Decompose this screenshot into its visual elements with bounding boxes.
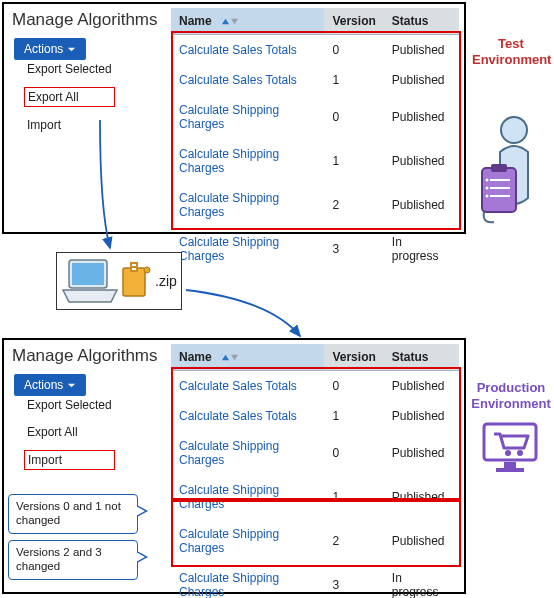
col-name-label: Name xyxy=(179,14,212,28)
table-row: Calculate Shipping Charges 1 Published xyxy=(171,475,459,519)
algorithms-table: Name Version Status Calculate Sales Tota… xyxy=(171,344,459,598)
status-cell: In progress xyxy=(384,227,459,271)
status-cell: Published xyxy=(384,431,459,475)
col-name-label: Name xyxy=(179,350,212,364)
status-cell: Published xyxy=(384,35,459,66)
version-cell: 1 xyxy=(324,139,383,183)
svg-rect-13 xyxy=(132,264,136,266)
status-cell: Published xyxy=(384,95,459,139)
svg-rect-10 xyxy=(72,263,104,285)
algorithm-link[interactable]: Calculate Sales Totals xyxy=(171,35,324,66)
table-row: Calculate Sales Totals 0 Published xyxy=(171,371,459,402)
table-row: Calculate Shipping Charges 3 In progress xyxy=(171,227,459,271)
menu-export-selected[interactable]: Export Selected xyxy=(24,396,115,414)
table-row: Calculate Sales Totals 1 Published xyxy=(171,401,459,431)
col-status[interactable]: Status xyxy=(384,8,459,35)
algorithm-link[interactable]: Calculate Sales Totals xyxy=(171,65,324,95)
status-cell: Published xyxy=(384,183,459,227)
algorithm-link[interactable]: Calculate Shipping Charges xyxy=(171,139,324,183)
archive-icon xyxy=(121,262,151,300)
exported-zip: .zip xyxy=(56,252,182,310)
table-row: Calculate Sales Totals 1 Published xyxy=(171,65,459,95)
table-row: Calculate Shipping Charges 2 Published xyxy=(171,183,459,227)
col-version[interactable]: Version xyxy=(324,8,383,35)
version-cell: 1 xyxy=(324,401,383,431)
test-env-label: Test Environment xyxy=(472,36,550,67)
svg-rect-2 xyxy=(491,164,507,172)
table-row: Calculate Shipping Charges 0 Published xyxy=(171,95,459,139)
col-name[interactable]: Name xyxy=(171,344,324,371)
sort-desc-icon xyxy=(230,353,239,362)
page-title: Manage Algorithms xyxy=(12,10,158,30)
sort-asc-icon xyxy=(221,17,230,26)
svg-rect-12 xyxy=(130,262,138,272)
version-cell: 2 xyxy=(324,183,383,227)
status-cell: In progress xyxy=(384,563,459,598)
prod-env-label: Production Environment xyxy=(470,380,552,411)
svg-point-19 xyxy=(505,450,511,456)
svg-point-0 xyxy=(501,117,527,143)
actions-dropdown[interactable]: Actions xyxy=(14,38,86,60)
menu-import[interactable]: Import xyxy=(24,450,115,470)
clipboard-person-icon xyxy=(480,112,540,228)
actions-menu: Export Selected Export All Import xyxy=(24,396,115,470)
algorithm-link[interactable]: Calculate Shipping Charges xyxy=(171,227,324,271)
sort-desc-icon xyxy=(230,17,239,26)
version-cell: 3 xyxy=(324,563,383,598)
menu-import[interactable]: Import xyxy=(24,116,115,134)
version-cell: 0 xyxy=(324,371,383,402)
status-cell: Published xyxy=(384,139,459,183)
status-cell: Published xyxy=(384,371,459,402)
sort-asc-icon xyxy=(221,353,230,362)
menu-export-selected[interactable]: Export Selected xyxy=(24,60,115,78)
chevron-down-icon xyxy=(67,381,76,390)
actions-label: Actions xyxy=(24,378,63,392)
col-name[interactable]: Name xyxy=(171,8,324,35)
algorithm-link[interactable]: Calculate Shipping Charges xyxy=(171,519,324,563)
algorithm-link[interactable]: Calculate Sales Totals xyxy=(171,371,324,402)
svg-point-8 xyxy=(486,195,489,198)
test-environment-panel: Manage Algorithms Actions Export Selecte… xyxy=(2,2,466,234)
col-version[interactable]: Version xyxy=(324,344,383,371)
status-cell: Published xyxy=(384,65,459,95)
page-title: Manage Algorithms xyxy=(12,346,158,366)
chevron-down-icon xyxy=(67,45,76,54)
menu-export-all[interactable]: Export All xyxy=(24,87,115,107)
callout-changed: Versions 2 and 3 changed xyxy=(8,540,138,580)
version-cell: 3 xyxy=(324,227,383,271)
version-cell: 1 xyxy=(324,65,383,95)
algorithm-link[interactable]: Calculate Shipping Charges xyxy=(171,475,324,519)
version-cell: 0 xyxy=(324,35,383,66)
version-cell: 1 xyxy=(324,475,383,519)
svg-rect-1 xyxy=(482,168,516,212)
table-row: Calculate Shipping Charges 2 Published xyxy=(171,519,459,563)
table-row: Calculate Sales Totals 0 Published xyxy=(171,35,459,66)
algorithm-link[interactable]: Calculate Shipping Charges xyxy=(171,183,324,227)
actions-dropdown[interactable]: Actions xyxy=(14,374,86,396)
menu-export-all[interactable]: Export All xyxy=(24,423,115,441)
svg-point-6 xyxy=(486,179,489,182)
svg-point-15 xyxy=(144,267,150,273)
svg-rect-11 xyxy=(123,268,145,296)
svg-point-20 xyxy=(517,450,523,456)
algorithm-link[interactable]: Calculate Sales Totals xyxy=(171,401,324,431)
algorithm-link[interactable]: Calculate Shipping Charges xyxy=(171,563,324,598)
algorithm-link[interactable]: Calculate Shipping Charges xyxy=(171,95,324,139)
svg-point-7 xyxy=(486,187,489,190)
status-cell: Published xyxy=(384,401,459,431)
status-cell: Published xyxy=(384,475,459,519)
version-cell: 2 xyxy=(324,519,383,563)
status-cell: Published xyxy=(384,519,459,563)
version-cell: 0 xyxy=(324,431,383,475)
algorithm-link[interactable]: Calculate Shipping Charges xyxy=(171,431,324,475)
actions-menu: Export Selected Export All Import xyxy=(24,60,115,134)
table-row: Calculate Shipping Charges 1 Published xyxy=(171,139,459,183)
actions-label: Actions xyxy=(24,42,63,56)
version-cell: 0 xyxy=(324,95,383,139)
table-row: Calculate Shipping Charges 0 Published xyxy=(171,431,459,475)
algorithms-table: Name Version Status Calculate Sales Tota… xyxy=(171,8,459,271)
shopping-cart-monitor-icon xyxy=(480,420,540,476)
col-status[interactable]: Status xyxy=(384,344,459,371)
callout-unchanged: Versions 0 and 1 not changed xyxy=(8,494,138,534)
svg-rect-18 xyxy=(496,468,524,472)
